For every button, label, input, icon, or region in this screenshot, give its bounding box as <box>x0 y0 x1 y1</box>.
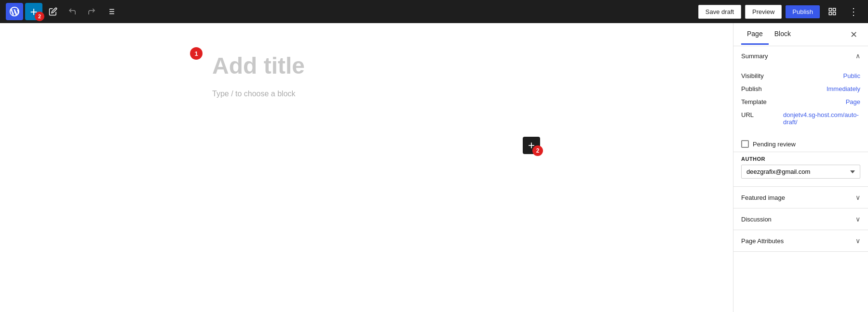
editor-content: 1 Type / to choose a block <box>212 52 521 98</box>
title-input[interactable] <box>212 52 521 80</box>
featured-image-section: Featured image ∨ <box>733 187 868 208</box>
page-attributes-chevron: ∨ <box>855 237 860 245</box>
publish-label: Publish <box>741 85 762 92</box>
discussion-header[interactable]: Discussion ∨ <box>733 208 868 230</box>
author-label: AUTHOR <box>741 156 860 162</box>
summary-body: Visibility Public Publish Immediately Te… <box>733 65 868 136</box>
pending-review-label: Pending review <box>753 141 796 148</box>
tab-block[interactable]: Block <box>769 24 797 45</box>
svg-rect-9 <box>829 13 831 15</box>
featured-image-header[interactable]: Featured image ∨ <box>733 187 868 208</box>
discussion-chevron: ∨ <box>855 215 860 223</box>
add-block-float-wrap: + 2 <box>523 137 540 154</box>
add-block-toolbar-wrap: + 2 <box>25 3 42 20</box>
visibility-label: Visibility <box>741 72 764 79</box>
inline-badge-2: 2 <box>532 145 543 156</box>
settings-button[interactable] <box>824 3 841 20</box>
editor-area: 1 Type / to choose a block + 2 <box>0 23 733 312</box>
add-block-toolbar-button[interactable]: + <box>25 3 42 20</box>
redo-button[interactable] <box>83 3 100 20</box>
pending-review-checkbox[interactable] <box>741 140 749 148</box>
page-attributes-section: Page Attributes ∨ <box>733 230 868 252</box>
edit-mode-button[interactable] <box>44 3 62 20</box>
toolbar-left: + 2 <box>6 3 696 20</box>
visibility-value[interactable]: Public <box>843 72 860 79</box>
preview-button[interactable]: Preview <box>745 5 782 19</box>
save-draft-button[interactable]: Save draft <box>698 5 741 19</box>
discussion-title: Discussion <box>741 216 772 223</box>
author-select[interactable]: deezgrafix@gmail.com <box>741 165 860 179</box>
author-section: AUTHOR deezgrafix@gmail.com <box>733 152 868 187</box>
toolbar-right: Save draft Preview Publish ⋮ <box>698 3 862 20</box>
template-row: Template Page <box>741 95 860 108</box>
discussion-section: Discussion ∨ <box>733 208 868 230</box>
svg-rect-6 <box>829 8 831 11</box>
wp-logo[interactable] <box>6 3 23 20</box>
tab-page[interactable]: Page <box>741 24 769 45</box>
step-badge-1: 1 <box>190 47 203 60</box>
sidebar-header: Page Block ✕ <box>733 23 868 46</box>
publish-value[interactable]: Immediately <box>827 85 860 92</box>
summary-section-header[interactable]: Summary ∧ <box>733 46 868 65</box>
summary-title: Summary <box>741 52 768 60</box>
page-attributes-header[interactable]: Page Attributes ∨ <box>733 230 868 251</box>
sidebar-close-button[interactable]: ✕ <box>847 28 860 41</box>
svg-rect-8 <box>833 13 836 15</box>
summary-section: Summary ∧ Visibility Public Publish Imme… <box>733 46 868 152</box>
toolbar: + 2 Save draft Preview Publish ⋮ <box>0 0 868 23</box>
list-view-button[interactable] <box>102 3 120 20</box>
visibility-row: Visibility Public <box>741 69 860 82</box>
publish-row: Publish Immediately <box>741 82 860 95</box>
url-value[interactable]: donjetv4.sg-host.com/auto-draft/ <box>783 111 860 126</box>
featured-image-chevron: ∨ <box>855 194 860 201</box>
page-attributes-title: Page Attributes <box>741 237 784 245</box>
summary-chevron: ∧ <box>855 52 860 60</box>
url-label: URL <box>741 111 754 118</box>
svg-rect-7 <box>833 8 836 11</box>
block-placeholder-text: Type / to choose a block <box>212 90 296 98</box>
sidebar: Page Block ✕ Summary ∧ Visibility Public… <box>733 23 868 312</box>
pending-review-row: Pending review <box>733 136 868 152</box>
main-area: 1 Type / to choose a block + 2 Page Bloc… <box>0 23 868 312</box>
featured-image-title: Featured image <box>741 194 785 201</box>
template-label: Template <box>741 98 767 105</box>
template-value[interactable]: Page <box>846 98 860 105</box>
publish-button[interactable]: Publish <box>786 5 820 18</box>
more-options-button[interactable]: ⋮ <box>845 3 862 20</box>
url-row: URL donjetv4.sg-host.com/auto-draft/ <box>741 108 860 129</box>
undo-button[interactable] <box>64 3 81 20</box>
block-placeholder-area: Type / to choose a block <box>212 90 521 98</box>
